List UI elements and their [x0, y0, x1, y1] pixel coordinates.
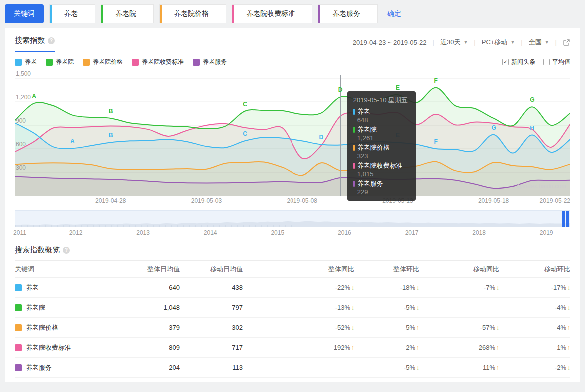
tooltip-item: 养老服务229: [353, 179, 410, 196]
chevron-down-icon: ▼: [545, 40, 549, 45]
keyword-cell[interactable]: 养老院: [26, 303, 45, 312]
region-dropdown[interactable]: 全国 ▼: [529, 38, 549, 47]
x-axis-label: 2019-05-22: [540, 197, 570, 204]
column-header: 整体同比: [243, 265, 354, 274]
confirm-link[interactable]: 确定: [387, 9, 401, 18]
keyword-cell[interactable]: 养老服务: [26, 363, 52, 372]
news-event-marker[interactable]: B: [109, 132, 113, 139]
legend-item[interactable]: 养老服务: [193, 58, 227, 66]
arrow-up-icon: ↑: [567, 344, 570, 351]
x-axis-labels: 2019-04-282019-05-032019-05-082019-05-13…: [15, 196, 570, 205]
legend-item[interactable]: 养老院价格: [83, 58, 123, 66]
news-event-marker[interactable]: B: [109, 108, 113, 115]
timeline-year-label: 2019: [540, 229, 553, 236]
external-link-icon[interactable]: [563, 39, 570, 46]
column-header: 关键词: [15, 265, 125, 274]
news-event-marker[interactable]: F: [434, 138, 438, 145]
legend-row: 养老养老院养老院价格养老院收费标准养老服务 ✓ 新闻头条 平均值: [5, 52, 580, 69]
news-event-marker[interactable]: A: [70, 138, 75, 145]
keyword-accent: [232, 5, 234, 23]
tooltip-item: 养老648: [353, 107, 410, 124]
table-row: 养老院1,048797-13%↓-5%↓–-4%↓: [15, 298, 570, 318]
tab-search-index[interactable]: 搜索指数 ?: [15, 36, 55, 52]
news-event-marker[interactable]: G: [492, 124, 496, 131]
divider: |: [555, 39, 557, 46]
tab-label: 搜索指数: [15, 36, 45, 45]
legend-swatch: [15, 59, 22, 66]
news-headlines-checkbox[interactable]: ✓ 新闻头条: [502, 58, 535, 66]
chevron-down-icon: ▼: [463, 40, 468, 45]
keyword-chip[interactable]: 养老院: [101, 4, 154, 23]
keyword-swatch: [15, 304, 22, 311]
keyword-cell[interactable]: 养老院价格: [26, 323, 58, 332]
region-value: 全国: [529, 38, 542, 47]
tooltip-item: 养老院1,261: [353, 125, 410, 142]
legend: 养老养老院养老院价格养老院收费标准养老服务: [15, 58, 227, 66]
news-event-marker[interactable]: C: [243, 101, 247, 108]
tooltip-keyword: 养老院: [357, 125, 377, 134]
news-event-marker[interactable]: D: [338, 86, 343, 93]
news-event-marker[interactable]: H: [530, 125, 534, 132]
legend-label: 养老: [25, 58, 37, 66]
range-dropdown[interactable]: 近30天 ▼: [440, 38, 468, 47]
news-event-marker[interactable]: C: [243, 130, 247, 137]
percent-cell: –: [419, 304, 499, 311]
chart-controls: 2019-04-23 ~ 2019-05-22 | 近30天 ▼ | PC+移动…: [353, 36, 570, 47]
percent-cell: -2%↓: [499, 364, 570, 371]
avg-value-cell: 640: [125, 284, 180, 291]
device-dropdown[interactable]: PC+移动 ▼: [482, 38, 515, 47]
keyword-chip[interactable]: 养老服务: [318, 4, 378, 23]
tooltip-keyword: 养老: [357, 107, 370, 116]
percent-cell: 5%↑: [354, 324, 419, 331]
percent-cell: 11%↑: [419, 364, 499, 371]
overview-section-title: 搜索指数概览 ?: [15, 245, 570, 261]
keyword-chip[interactable]: 养老: [49, 4, 95, 23]
keyword-accent: [50, 5, 52, 23]
chart-options: ✓ 新闻头条 平均值: [502, 58, 570, 66]
keyword-accent: [101, 5, 103, 23]
arrow-down-icon: ↓: [567, 284, 570, 291]
percent-cell: -4%↓: [499, 304, 570, 311]
keyword-chip[interactable]: 养老院收费标准: [232, 4, 312, 23]
avg-value-cell: 438: [180, 284, 243, 291]
date-range: 2019-04-23 ~ 2019-05-22: [353, 39, 427, 46]
keyword-label: 养老: [64, 9, 78, 18]
keyword-swatch: [15, 324, 22, 331]
help-icon[interactable]: ?: [48, 37, 55, 44]
news-event-marker[interactable]: F: [434, 77, 438, 84]
help-icon[interactable]: ?: [63, 247, 70, 254]
timeline-slider[interactable]: [15, 210, 570, 227]
table-row: 养老服务204113–-5%↓11%↑-2%↓: [15, 358, 570, 378]
x-axis-label: 2019-05-08: [287, 197, 317, 204]
avg-value-cell: 379: [125, 324, 180, 331]
keyword-cell[interactable]: 养老: [26, 283, 39, 292]
percent-cell: 1%↑: [499, 344, 570, 351]
average-checkbox[interactable]: 平均值: [543, 58, 570, 66]
news-event-marker[interactable]: E: [396, 84, 400, 91]
legend-item[interactable]: 养老: [15, 58, 37, 66]
timeline-year-label: 2018: [472, 229, 486, 236]
keyword-cell[interactable]: 养老院收费标准: [26, 343, 71, 352]
keyword-chip[interactable]: 养老院价格: [159, 4, 226, 23]
arrow-down-icon: ↓: [567, 364, 570, 371]
news-event-marker[interactable]: D: [319, 134, 324, 141]
news-event-marker[interactable]: A: [32, 93, 36, 100]
tooltip-item: 养老院收费标准1,015: [353, 161, 410, 178]
range-value: 近30天: [440, 38, 460, 47]
keyword-bar: 关键词 养老养老院养老院价格养老院收费标准养老服务 确定: [0, 0, 585, 28]
legend-swatch: [193, 59, 200, 66]
news-headlines-label: 新闻头条: [511, 58, 535, 66]
news-event-marker[interactable]: G: [530, 96, 534, 103]
legend-item[interactable]: 养老院收费标准: [132, 58, 184, 66]
tooltip-color-bar: [353, 163, 355, 169]
avg-value-cell: 302: [180, 324, 243, 331]
keyword-button[interactable]: 关键词: [5, 4, 44, 23]
chart-tooltip: 2019-05-10 星期五养老648养老院1,261养老院价格323养老院收费…: [347, 91, 416, 201]
trend-chart[interactable]: @index.baidu.com 3006009001,2001,500ABCD…: [15, 73, 570, 196]
arrow-up-icon: ↑: [567, 324, 570, 331]
legend-swatch: [83, 59, 90, 66]
tooltip-keyword: 养老服务: [357, 179, 383, 188]
slider-handle[interactable]: [562, 211, 569, 227]
tooltip-keyword: 养老院价格: [357, 143, 390, 152]
legend-item[interactable]: 养老院: [46, 58, 74, 66]
